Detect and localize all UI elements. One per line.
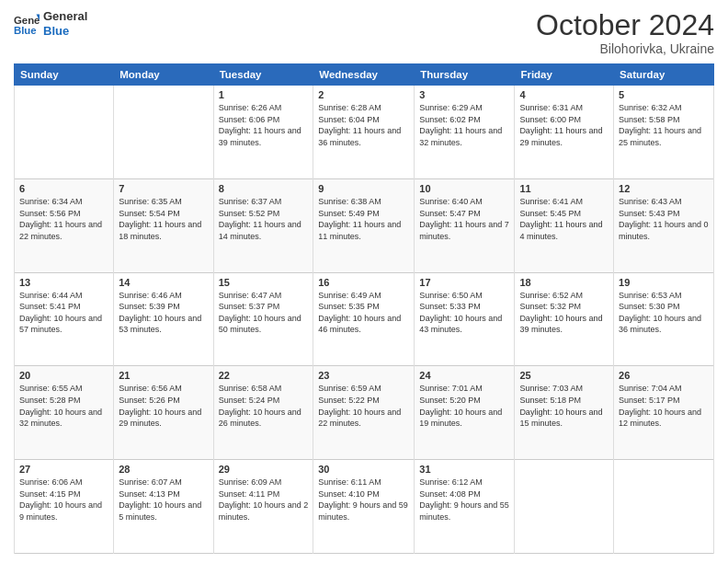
day-cell: 22Sunrise: 6:58 AM Sunset: 5:24 PM Dayli… xyxy=(213,366,313,460)
day-cell: 15Sunrise: 6:47 AM Sunset: 5:37 PM Dayli… xyxy=(213,272,313,366)
day-content: Sunrise: 6:47 AM Sunset: 5:37 PM Dayligh… xyxy=(219,290,309,336)
day-cell: 28Sunrise: 6:07 AM Sunset: 4:13 PM Dayli… xyxy=(114,460,213,554)
day-content: Sunrise: 6:07 AM Sunset: 4:13 PM Dayligh… xyxy=(119,477,208,523)
day-content: Sunrise: 6:56 AM Sunset: 5:26 PM Dayligh… xyxy=(119,383,208,429)
day-cell: 24Sunrise: 7:01 AM Sunset: 5:20 PM Dayli… xyxy=(415,366,515,460)
day-cell: 20Sunrise: 6:55 AM Sunset: 5:28 PM Dayli… xyxy=(15,366,114,460)
day-number: 4 xyxy=(519,89,609,100)
day-number: 30 xyxy=(318,464,409,475)
day-content: Sunrise: 6:58 AM Sunset: 5:24 PM Dayligh… xyxy=(219,383,309,429)
day-number: 12 xyxy=(619,183,709,194)
header-cell-saturday: Saturday xyxy=(614,64,714,86)
day-number: 18 xyxy=(519,277,609,288)
day-number: 9 xyxy=(318,183,409,194)
logo-text: General Blue xyxy=(43,9,87,38)
day-content: Sunrise: 6:34 AM Sunset: 5:56 PM Dayligh… xyxy=(19,196,108,242)
day-cell: 19Sunrise: 6:53 AM Sunset: 5:30 PM Dayli… xyxy=(614,272,714,366)
day-cell: 6Sunrise: 6:34 AM Sunset: 5:56 PM Daylig… xyxy=(15,178,114,272)
day-cell: 25Sunrise: 7:03 AM Sunset: 5:18 PM Dayli… xyxy=(515,366,614,460)
title-block: October 2024 Bilohorivka, Ukraine xyxy=(536,9,714,56)
calendar-page: General Blue General Blue October 2024 B… xyxy=(0,0,728,563)
day-cell xyxy=(114,86,213,179)
day-number: 26 xyxy=(619,370,709,381)
logo-line2: Blue xyxy=(43,24,87,39)
header-cell-sunday: Sunday xyxy=(15,64,114,86)
day-content: Sunrise: 6:44 AM Sunset: 5:41 PM Dayligh… xyxy=(19,290,108,336)
day-content: Sunrise: 6:49 AM Sunset: 5:35 PM Dayligh… xyxy=(318,290,409,336)
day-content: Sunrise: 6:46 AM Sunset: 5:39 PM Dayligh… xyxy=(119,290,208,336)
day-number: 19 xyxy=(619,277,709,288)
day-number: 10 xyxy=(419,183,509,194)
day-content: Sunrise: 6:06 AM Sunset: 4:15 PM Dayligh… xyxy=(19,477,108,523)
day-content: Sunrise: 6:53 AM Sunset: 5:30 PM Dayligh… xyxy=(619,290,709,336)
day-cell: 17Sunrise: 6:50 AM Sunset: 5:33 PM Dayli… xyxy=(415,272,515,366)
week-row-3: 13Sunrise: 6:44 AM Sunset: 5:41 PM Dayli… xyxy=(15,272,714,366)
day-number: 21 xyxy=(119,370,208,381)
day-content: Sunrise: 6:31 AM Sunset: 6:00 PM Dayligh… xyxy=(519,102,609,148)
day-cell: 7Sunrise: 6:35 AM Sunset: 5:54 PM Daylig… xyxy=(114,178,213,272)
week-row-4: 20Sunrise: 6:55 AM Sunset: 5:28 PM Dayli… xyxy=(15,366,714,460)
day-content: Sunrise: 6:37 AM Sunset: 5:52 PM Dayligh… xyxy=(219,196,309,242)
day-cell: 5Sunrise: 6:32 AM Sunset: 5:58 PM Daylig… xyxy=(614,86,714,179)
day-content: Sunrise: 7:03 AM Sunset: 5:18 PM Dayligh… xyxy=(519,383,609,429)
day-content: Sunrise: 6:59 AM Sunset: 5:22 PM Dayligh… xyxy=(318,383,409,429)
day-number: 25 xyxy=(519,370,609,381)
day-content: Sunrise: 6:38 AM Sunset: 5:49 PM Dayligh… xyxy=(318,196,409,242)
day-cell: 13Sunrise: 6:44 AM Sunset: 5:41 PM Dayli… xyxy=(15,272,114,366)
header-cell-monday: Monday xyxy=(114,64,213,86)
header-cell-friday: Friday xyxy=(515,64,614,86)
header-cell-wednesday: Wednesday xyxy=(313,64,415,86)
day-content: Sunrise: 6:43 AM Sunset: 5:43 PM Dayligh… xyxy=(619,196,709,242)
week-row-2: 6Sunrise: 6:34 AM Sunset: 5:56 PM Daylig… xyxy=(15,178,714,272)
day-content: Sunrise: 6:52 AM Sunset: 5:32 PM Dayligh… xyxy=(519,290,609,336)
day-number: 8 xyxy=(219,183,309,194)
header-cell-tuesday: Tuesday xyxy=(213,64,313,86)
day-number: 28 xyxy=(119,464,208,475)
day-cell xyxy=(515,460,614,554)
month-title: October 2024 xyxy=(536,9,714,41)
week-row-5: 27Sunrise: 6:06 AM Sunset: 4:15 PM Dayli… xyxy=(15,460,714,554)
day-number: 23 xyxy=(318,370,409,381)
day-content: Sunrise: 6:50 AM Sunset: 5:33 PM Dayligh… xyxy=(419,290,509,336)
day-cell xyxy=(15,86,114,179)
day-number: 29 xyxy=(219,464,309,475)
day-cell: 31Sunrise: 6:12 AM Sunset: 4:08 PM Dayli… xyxy=(415,460,515,554)
day-number: 31 xyxy=(419,464,509,475)
day-cell: 27Sunrise: 6:06 AM Sunset: 4:15 PM Dayli… xyxy=(15,460,114,554)
day-number: 11 xyxy=(519,183,609,194)
day-content: Sunrise: 7:04 AM Sunset: 5:17 PM Dayligh… xyxy=(619,383,709,429)
day-content: Sunrise: 6:35 AM Sunset: 5:54 PM Dayligh… xyxy=(119,196,208,242)
calendar-table: SundayMondayTuesdayWednesdayThursdayFrid… xyxy=(14,63,714,554)
day-number: 2 xyxy=(318,89,409,100)
day-cell: 14Sunrise: 6:46 AM Sunset: 5:39 PM Dayli… xyxy=(114,272,213,366)
day-number: 17 xyxy=(419,277,509,288)
day-cell: 9Sunrise: 6:38 AM Sunset: 5:49 PM Daylig… xyxy=(313,178,415,272)
day-number: 13 xyxy=(19,277,108,288)
day-number: 24 xyxy=(419,370,509,381)
day-content: Sunrise: 6:40 AM Sunset: 5:47 PM Dayligh… xyxy=(419,196,509,242)
day-cell: 4Sunrise: 6:31 AM Sunset: 6:00 PM Daylig… xyxy=(515,86,614,179)
day-number: 5 xyxy=(619,89,709,100)
day-cell: 16Sunrise: 6:49 AM Sunset: 5:35 PM Dayli… xyxy=(313,272,415,366)
day-content: Sunrise: 6:41 AM Sunset: 5:45 PM Dayligh… xyxy=(519,196,609,242)
header: General Blue General Blue October 2024 B… xyxy=(14,9,714,56)
day-cell: 2Sunrise: 6:28 AM Sunset: 6:04 PM Daylig… xyxy=(313,86,415,179)
logo: General Blue General Blue xyxy=(14,9,87,38)
day-number: 1 xyxy=(219,89,309,100)
location: Bilohorivka, Ukraine xyxy=(536,41,714,56)
logo-line1: General xyxy=(43,9,87,24)
day-content: Sunrise: 6:29 AM Sunset: 6:02 PM Dayligh… xyxy=(419,102,509,148)
svg-text:Blue: Blue xyxy=(14,24,37,35)
day-number: 22 xyxy=(219,370,309,381)
day-number: 16 xyxy=(318,277,409,288)
day-cell: 3Sunrise: 6:29 AM Sunset: 6:02 PM Daylig… xyxy=(415,86,515,179)
day-cell: 29Sunrise: 6:09 AM Sunset: 4:11 PM Dayli… xyxy=(213,460,313,554)
day-cell xyxy=(614,460,714,554)
day-cell: 18Sunrise: 6:52 AM Sunset: 5:32 PM Dayli… xyxy=(515,272,614,366)
day-cell: 23Sunrise: 6:59 AM Sunset: 5:22 PM Dayli… xyxy=(313,366,415,460)
day-cell: 8Sunrise: 6:37 AM Sunset: 5:52 PM Daylig… xyxy=(213,178,313,272)
day-content: Sunrise: 6:11 AM Sunset: 4:10 PM Dayligh… xyxy=(318,477,409,523)
day-cell: 26Sunrise: 7:04 AM Sunset: 5:17 PM Dayli… xyxy=(614,366,714,460)
day-content: Sunrise: 6:55 AM Sunset: 5:28 PM Dayligh… xyxy=(19,383,108,429)
day-number: 15 xyxy=(219,277,309,288)
